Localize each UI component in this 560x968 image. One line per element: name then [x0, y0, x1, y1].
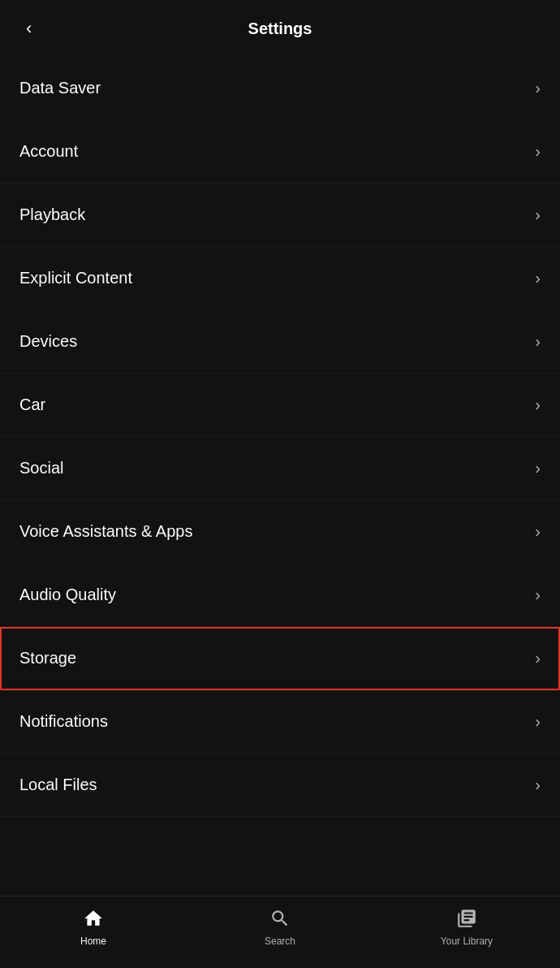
chevron-right-icon: ›	[535, 776, 541, 794]
chevron-right-icon: ›	[535, 332, 541, 351]
settings-item-label-storage: Storage	[19, 649, 76, 668]
chevron-right-icon: ›	[535, 712, 541, 731]
nav-label-search: Search	[265, 936, 295, 947]
chevron-right-icon: ›	[535, 649, 541, 668]
settings-item-audio-quality[interactable]: Audio Quality›	[0, 564, 560, 627]
settings-item-label-playback: Playback	[19, 205, 85, 224]
header: ‹ Settings	[0, 0, 560, 57]
settings-item-label-car: Car	[19, 395, 45, 414]
settings-item-label-data-saver: Data Saver	[19, 79, 101, 97]
settings-item-notifications[interactable]: Notifications›	[0, 690, 560, 754]
library-icon	[456, 908, 477, 932]
nav-item-home[interactable]: Home	[0, 905, 187, 947]
nav-item-search[interactable]: Search	[187, 905, 373, 947]
page-title: Settings	[248, 19, 312, 38]
settings-item-label-devices: Devices	[19, 332, 77, 351]
settings-item-car[interactable]: Car›	[0, 374, 560, 437]
settings-item-label-audio-quality: Audio Quality	[19, 586, 116, 604]
settings-item-data-saver[interactable]: Data Saver›	[0, 57, 560, 120]
settings-list: Data Saver›Account›Playback›Explicit Con…	[0, 57, 560, 817]
chevron-right-icon: ›	[535, 586, 541, 604]
nav-item-your-library[interactable]: Your Library	[373, 905, 560, 947]
home-icon	[83, 908, 104, 932]
settings-item-label-explicit-content: Explicit Content	[19, 269, 132, 287]
chevron-right-icon: ›	[535, 522, 541, 541]
back-button[interactable]: ‹	[19, 15, 38, 42]
chevron-right-icon: ›	[535, 142, 541, 161]
settings-item-label-social: Social	[19, 459, 63, 478]
settings-item-label-voice-assistants: Voice Assistants & Apps	[19, 522, 192, 541]
settings-item-local-files[interactable]: Local Files›	[0, 754, 560, 817]
bottom-nav: Home Search Your Library	[0, 896, 560, 968]
nav-label-home: Home	[80, 936, 106, 947]
settings-item-voice-assistants[interactable]: Voice Assistants & Apps›	[0, 500, 560, 564]
settings-item-account[interactable]: Account›	[0, 120, 560, 184]
chevron-right-icon: ›	[535, 459, 541, 478]
settings-item-label-local-files: Local Files	[19, 776, 97, 794]
settings-item-label-notifications: Notifications	[19, 712, 108, 731]
chevron-right-icon: ›	[535, 269, 541, 287]
settings-item-devices[interactable]: Devices›	[0, 310, 560, 374]
nav-label-your-library: Your Library	[441, 936, 493, 947]
chevron-right-icon: ›	[535, 205, 541, 224]
settings-item-label-account: Account	[19, 142, 78, 161]
settings-item-storage[interactable]: Storage›	[0, 627, 560, 690]
settings-item-social[interactable]: Social›	[0, 437, 560, 500]
settings-item-explicit-content[interactable]: Explicit Content›	[0, 247, 560, 310]
settings-item-playback[interactable]: Playback›	[0, 184, 560, 247]
search-icon	[269, 908, 291, 932]
chevron-right-icon: ›	[535, 79, 541, 97]
chevron-right-icon: ›	[535, 395, 541, 414]
